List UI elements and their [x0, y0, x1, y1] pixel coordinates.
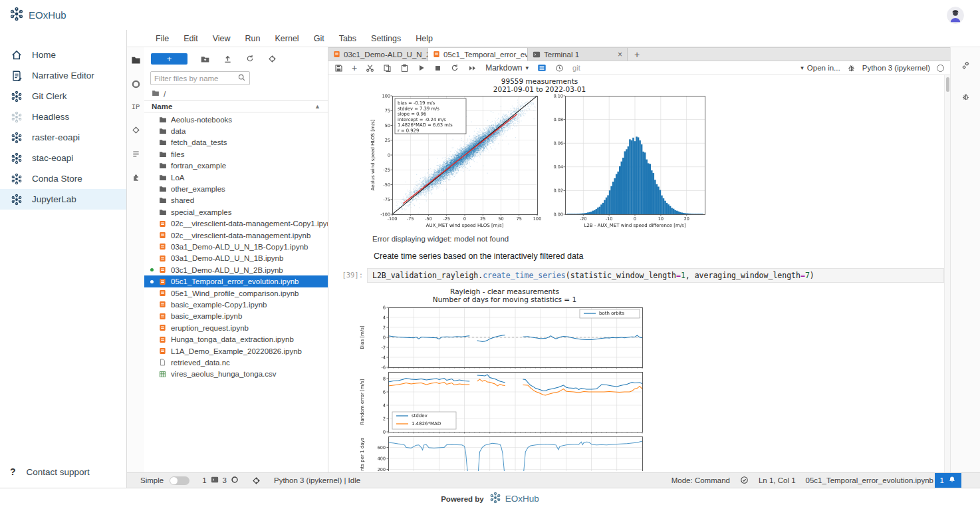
git-icon[interactable] — [131, 125, 141, 135]
file-row[interactable]: files — [144, 148, 328, 160]
run-icon[interactable] — [418, 64, 426, 72]
notebook-icon — [158, 324, 167, 331]
sidebar-item-headless[interactable]: Headless — [0, 106, 126, 127]
eox-icon — [10, 90, 23, 102]
file-row[interactable]: 03a1_Demo-ALD_U_N_1B.ipynb — [144, 253, 328, 264]
restart-icon[interactable] — [450, 63, 459, 73]
status-right: Mode: Command Ln 1, Col 1 05c1_Temporal_… — [672, 476, 933, 486]
git-clone-icon[interactable] — [267, 54, 277, 64]
menu-git[interactable]: Git — [306, 34, 332, 43]
file-row[interactable]: 05c1_Temporal_error_evolution.ipynb — [144, 275, 328, 287]
close-icon[interactable]: × — [618, 50, 622, 59]
notebook-icon — [158, 336, 167, 343]
sidebar-item-raster-eoapi[interactable]: raster-eoapi — [0, 127, 126, 148]
breadcrumb[interactable]: / — [144, 88, 328, 100]
clock-icon[interactable] — [555, 64, 564, 73]
filter-files-input[interactable] — [154, 75, 237, 83]
scrollbar-handle[interactable] — [946, 77, 949, 92]
cut-icon[interactable] — [366, 64, 374, 73]
menu-view[interactable]: View — [205, 34, 238, 43]
inspector-icon[interactable]: IP — [132, 103, 140, 111]
menu-kernel[interactable]: Kernel — [268, 34, 306, 43]
simple-mode-toggle[interactable] — [170, 476, 189, 485]
code-editor[interactable]: L2B_validation_rayleigh.create_time_seri… — [367, 268, 944, 283]
sidebar-item-narrative-editor[interactable]: Narrative Editor — [0, 65, 126, 86]
file-row[interactable]: data — [144, 125, 328, 136]
file-row[interactable]: 05e1_Wind_profile_comparison.ipynb — [144, 287, 328, 299]
contact-support-link[interactable]: ? Contact support — [10, 466, 90, 477]
cursor-position[interactable]: Ln 1, Col 1 — [759, 476, 796, 484]
upload-icon[interactable] — [223, 54, 233, 64]
sidebar-item-stac-eoapi[interactable]: stac-eoapi — [0, 148, 126, 168]
stop-icon[interactable] — [434, 65, 441, 72]
paste-icon[interactable] — [400, 64, 409, 73]
git-status-icon[interactable] — [251, 476, 261, 486]
file-row[interactable]: L1A_Demo_Example_20220826.ipynb — [144, 345, 328, 357]
cell-type-dropdown[interactable]: Markdown ▾ — [485, 63, 529, 73]
menu-tabs[interactable]: Tabs — [332, 34, 364, 43]
files-icon[interactable] — [131, 55, 141, 65]
file-row[interactable]: fortran_example — [144, 160, 328, 172]
file-row[interactable]: other_examples — [144, 183, 328, 194]
tab-03c1-demo-ald-u-n-2b-ip[interactable]: 03c1_Demo-ALD_U_N_2B.ip× — [328, 48, 428, 61]
widget-error-text: Error displaying widget: model not found — [372, 235, 950, 243]
sidebar-item-home[interactable]: Home — [0, 45, 126, 65]
folder-icon — [158, 162, 167, 170]
file-row[interactable]: 03a1_Demo-ALD_U_N_1B-Copy1.ipynb — [144, 241, 328, 252]
jupyterlab-menubar: FileEditViewRunKernelGitTabsSettingsHelp — [127, 30, 980, 47]
file-row[interactable]: 03c1_Demo-ALD_U_N_2B.ipynb — [144, 264, 328, 275]
sidebar-item-label: Headless — [32, 112, 69, 122]
extensions-icon[interactable] — [131, 173, 141, 183]
menu-help[interactable]: Help — [408, 34, 440, 43]
run-all-icon[interactable] — [468, 64, 477, 73]
file-row[interactable]: basic_example-Copy1.ipynb — [144, 299, 328, 310]
tab-05c1-temporal-error-evolu[interactable]: 05c1_Temporal_error_evolu× — [428, 48, 528, 61]
new-folder-icon[interactable] — [200, 54, 210, 64]
new-launcher-button[interactable]: + — [151, 53, 187, 65]
sidebar-item-git-clerk[interactable]: Git Clerk — [0, 86, 126, 106]
toc-icon[interactable] — [131, 149, 141, 159]
file-row[interactable]: special_examples — [144, 206, 328, 218]
file-row[interactable]: retrieved_data.nc — [144, 357, 328, 368]
notebook-scrollbar[interactable] — [944, 75, 950, 472]
file-row[interactable]: Hunga_tonga_data_extraction.ipynb — [144, 333, 328, 345]
insert-cell-icon[interactable]: + — [352, 63, 357, 73]
save-icon[interactable] — [334, 64, 343, 73]
file-row[interactable]: fetch_data_tests — [144, 137, 328, 148]
file-row[interactable]: basic_example.ipynb — [144, 311, 328, 322]
file-row[interactable]: shared — [144, 195, 328, 206]
file-row[interactable]: vires_aeolus_hunga_tonga.csv — [144, 369, 328, 380]
kernel-name[interactable]: Python 3 (ipykernel) — [862, 64, 930, 72]
footer-brand[interactable]: EOxHub — [489, 492, 539, 506]
debugger-bug-icon[interactable] — [961, 92, 970, 104]
mode-indicator[interactable]: Mode: Command — [672, 476, 730, 484]
property-inspector-gears-icon[interactable] — [961, 61, 971, 73]
menu-settings[interactable]: Settings — [364, 34, 408, 43]
running-icon[interactable] — [131, 79, 141, 89]
refresh-icon[interactable] — [245, 54, 255, 63]
file-row[interactable]: LoA — [144, 172, 328, 183]
file-row[interactable]: 02c__viresclient-data-management-Copy1.i… — [144, 218, 328, 230]
file-row[interactable]: eruption_request.ipynb — [144, 322, 328, 333]
menu-edit[interactable]: Edit — [176, 34, 205, 43]
sidebar-item-jupyterlab[interactable]: JupyterLab — [0, 189, 126, 210]
copy-icon[interactable] — [383, 64, 392, 73]
bug-icon[interactable] — [847, 64, 856, 73]
file-list-header[interactable]: Name ▲ — [144, 100, 328, 112]
file-row[interactable]: 02c__viresclient-data-management.ipynb — [144, 230, 328, 241]
user-avatar-icon[interactable] — [947, 7, 964, 24]
new-tab-button[interactable]: + — [628, 48, 646, 61]
sidebar-item-conda-store[interactable]: Conda Store — [0, 168, 126, 189]
menu-run[interactable]: Run — [238, 34, 268, 43]
file-row[interactable]: Aeolus-notebooks — [144, 114, 328, 125]
open-in-dropdown[interactable]: ▾ Open in... — [800, 64, 840, 72]
sessions-indicator[interactable]: 1 3 — [202, 476, 239, 485]
sidebar-item-label: Home — [32, 50, 56, 60]
notifications-button[interactable]: 1 — [935, 473, 961, 488]
menu-file[interactable]: File — [148, 34, 176, 43]
cell-list-icon[interactable] — [537, 63, 547, 73]
tab-terminal-1[interactable]: Terminal 1× — [528, 48, 628, 61]
active-filename[interactable]: 05c1_Temporal_error_evolution.ipynb — [806, 476, 933, 484]
kernel-status-text[interactable]: Python 3 (ipykernel) | Idle — [274, 476, 360, 484]
eoxhub-brand[interactable]: EOxHub — [9, 7, 66, 23]
